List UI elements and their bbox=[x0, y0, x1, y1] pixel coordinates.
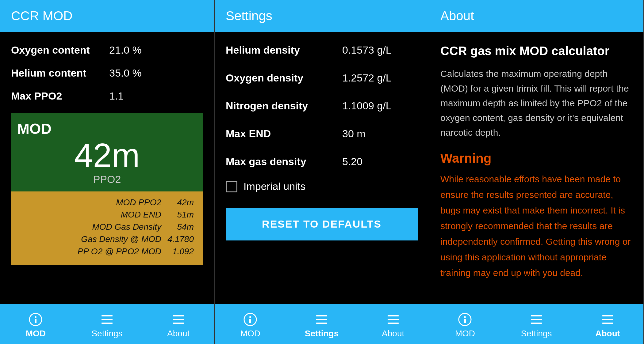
footer-mod-tab[interactable]: MOD bbox=[0, 312, 71, 338]
mod-detail-end: MOD END 51m bbox=[20, 210, 194, 220]
list-icon-2 bbox=[171, 312, 186, 327]
max-end-value: 30 m bbox=[342, 128, 366, 140]
mod-gas-density-label: MOD Gas Density bbox=[92, 222, 161, 232]
mod-detail-gas-density: MOD Gas Density 54m bbox=[20, 222, 194, 232]
settings-content: Helium density 0.1573 g/L Oxygen density… bbox=[215, 32, 429, 304]
nitrogen-density-value: 1.1009 g/L bbox=[342, 100, 392, 112]
oxygen-density-value: 1.2572 g/L bbox=[342, 72, 392, 84]
about-header: About bbox=[429, 0, 643, 32]
ccr-mod-title: CCR MOD bbox=[11, 9, 73, 23]
footer-about-label-2: About bbox=[382, 329, 404, 338]
mod-details-box: MOD PPO2 42m MOD END 51m MOD Gas Density… bbox=[11, 191, 203, 265]
oxygen-content-value: 21.0 % bbox=[109, 44, 142, 56]
svg-rect-12 bbox=[316, 315, 327, 316]
svg-rect-24 bbox=[602, 315, 613, 316]
footer-mod-label-2: MOD bbox=[240, 329, 260, 338]
info-icon-3 bbox=[458, 312, 472, 327]
footer-mod-tab-2[interactable]: MOD bbox=[215, 312, 286, 338]
svg-rect-7 bbox=[173, 319, 184, 320]
about-footer: MOD Settings About bbox=[429, 304, 643, 344]
pp-o2-value: 1.092 bbox=[166, 247, 194, 256]
footer-mod-label: MOD bbox=[26, 329, 46, 338]
warning-text: While reasonable efforts have been made … bbox=[440, 171, 632, 281]
max-ppo2-value: 1.1 bbox=[109, 90, 124, 102]
nitrogen-density-label: Nitrogen density bbox=[226, 100, 342, 112]
footer-settings-tab-3[interactable]: Settings bbox=[501, 312, 572, 338]
mod-ppo2-label: MOD PPO2 bbox=[116, 198, 161, 207]
imperial-units-row[interactable]: Imperial units bbox=[226, 180, 418, 192]
max-gas-density-row: Max gas density 5.20 bbox=[226, 156, 418, 168]
warning-title: Warning bbox=[440, 151, 632, 166]
mod-end-label: MOD END bbox=[121, 210, 161, 220]
footer-settings-label-2: Settings bbox=[305, 329, 339, 338]
svg-rect-25 bbox=[602, 319, 613, 320]
helium-content-row: Helium content 35.0 % bbox=[11, 67, 203, 79]
oxygen-density-label: Oxygen density bbox=[226, 72, 342, 84]
footer-about-tab-1[interactable]: About bbox=[143, 312, 214, 338]
mod-detail-density-at-mod: Gas Density @ MOD 4.1780 bbox=[20, 234, 194, 244]
helium-density-value: 0.1573 g/L bbox=[342, 44, 392, 56]
max-ppo2-label: Max PPO2 bbox=[11, 90, 109, 102]
max-ppo2-row: Max PPO2 1.1 bbox=[11, 90, 203, 102]
list-icon-4 bbox=[386, 312, 401, 327]
settings-title: Settings bbox=[226, 9, 272, 23]
svg-rect-8 bbox=[173, 323, 184, 324]
oxygen-content-row: Oxygen content 21.0 % bbox=[11, 44, 203, 56]
mod-box: MOD 42m PPO2 bbox=[11, 113, 203, 191]
footer-mod-tab-3[interactable]: MOD bbox=[429, 312, 501, 338]
ccr-mod-panel: CCR MOD Oxygen content 21.0 % Helium con… bbox=[0, 0, 215, 344]
svg-rect-21 bbox=[531, 315, 542, 316]
about-panel: About CCR gas mix MOD calculator Calcula… bbox=[429, 0, 644, 344]
ccr-mod-content: Oxygen content 21.0 % Helium content 35.… bbox=[0, 32, 214, 304]
list-icon-1 bbox=[100, 312, 114, 327]
info-icon-2 bbox=[243, 312, 258, 327]
info-icon bbox=[28, 312, 43, 327]
mod-gas-density-value: 54m bbox=[166, 222, 194, 232]
ccr-mod-footer: MOD Settings About bbox=[0, 304, 214, 344]
svg-rect-11 bbox=[249, 319, 251, 323]
reset-to-defaults-button[interactable]: RESET TO DEFAULTS bbox=[226, 208, 418, 240]
svg-rect-3 bbox=[102, 315, 113, 316]
settings-header: Settings bbox=[215, 0, 429, 32]
max-gas-density-value: 5.20 bbox=[342, 156, 362, 168]
imperial-units-checkbox[interactable] bbox=[226, 181, 237, 192]
footer-mod-label-3: MOD bbox=[455, 329, 475, 338]
svg-rect-15 bbox=[388, 315, 399, 316]
max-end-label: Max END bbox=[226, 128, 342, 140]
list-icon-6 bbox=[600, 312, 615, 327]
footer-settings-tab-2[interactable]: Settings bbox=[286, 312, 358, 338]
svg-rect-17 bbox=[388, 323, 399, 324]
svg-rect-4 bbox=[102, 319, 113, 320]
max-end-row: Max END 30 m bbox=[226, 128, 418, 140]
mod-detail-pp-o2: PP O2 @ PPO2 MOD 1.092 bbox=[20, 247, 194, 256]
footer-about-tab-3[interactable]: About bbox=[572, 312, 643, 338]
svg-rect-22 bbox=[531, 319, 542, 320]
oxygen-content-label: Oxygen content bbox=[11, 44, 109, 56]
svg-rect-2 bbox=[35, 319, 36, 323]
mod-end-value: 51m bbox=[166, 210, 194, 220]
ccr-mod-header: CCR MOD bbox=[0, 0, 214, 32]
svg-rect-6 bbox=[173, 315, 184, 316]
helium-density-label: Helium density bbox=[226, 44, 342, 56]
list-icon-5 bbox=[529, 312, 544, 327]
nitrogen-density-row: Nitrogen density 1.1009 g/L bbox=[226, 100, 418, 112]
svg-rect-23 bbox=[531, 323, 542, 324]
imperial-units-label: Imperial units bbox=[243, 180, 305, 192]
svg-rect-16 bbox=[388, 319, 399, 320]
settings-footer: MOD Settings About bbox=[215, 304, 429, 344]
mod-title: MOD bbox=[17, 120, 197, 137]
footer-about-tab-2[interactable]: About bbox=[357, 312, 429, 338]
footer-settings-label-1: Settings bbox=[91, 329, 122, 338]
svg-rect-20 bbox=[464, 319, 466, 323]
svg-rect-14 bbox=[316, 323, 327, 324]
svg-point-1 bbox=[35, 316, 36, 318]
svg-point-10 bbox=[249, 316, 251, 318]
about-content: CCR gas mix MOD calculator Calculates th… bbox=[429, 32, 643, 304]
about-title-header: About bbox=[440, 9, 474, 23]
mod-ppo2-value: 42m bbox=[166, 198, 194, 207]
helium-density-row: Helium density 0.1573 g/L bbox=[226, 44, 418, 56]
mod-number: 42m bbox=[17, 138, 197, 172]
helium-content-value: 35.0 % bbox=[109, 67, 142, 79]
footer-settings-tab-1[interactable]: Settings bbox=[71, 312, 143, 338]
about-main-title: CCR gas mix MOD calculator bbox=[440, 44, 632, 58]
